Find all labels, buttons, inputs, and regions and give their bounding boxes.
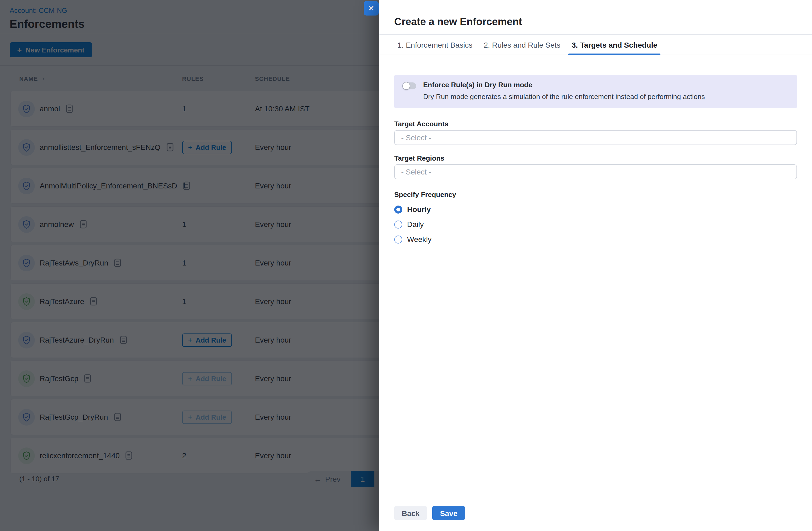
target-accounts-group: Target Accounts - Select - — [394, 120, 797, 145]
target-regions-group: Target Regions - Select - — [394, 154, 797, 179]
drawer-tab-1[interactable]: 1. Enforcement Basics — [394, 35, 476, 55]
target-accounts-placeholder: - Select - — [401, 133, 431, 142]
specify-frequency-label: Specify Frequency — [394, 191, 797, 198]
dry-run-title: Enforce Rule(s) in Dry Run mode — [423, 82, 788, 89]
radio-label: Hourly — [407, 205, 431, 213]
radio-icon — [394, 205, 402, 213]
frequency-radio-weekly[interactable]: Weekly — [394, 235, 797, 244]
app-window: Account: CCM-NG Enforcements + New Enfor… — [0, 0, 812, 531]
close-drawer-button[interactable]: ✕ — [364, 1, 379, 16]
radio-label: Daily — [407, 220, 424, 228]
drawer-footer: Back Save — [394, 506, 465, 520]
drawer-title: Create a new Enforcement — [379, 0, 812, 28]
dry-run-description: Dry Run mode generates a simulation of t… — [423, 93, 788, 101]
create-enforcement-drawer: Create a new Enforcement 1. Enforcement … — [379, 0, 812, 531]
frequency-radio-hourly[interactable]: Hourly — [394, 205, 797, 213]
frequency-radio-daily[interactable]: Daily — [394, 220, 797, 228]
target-accounts-select[interactable]: - Select - — [394, 130, 797, 145]
radio-label: Weekly — [407, 235, 432, 244]
radio-icon — [394, 235, 402, 243]
target-regions-select[interactable]: - Select - — [394, 164, 797, 179]
back-button[interactable]: Back — [394, 506, 427, 520]
drawer-tab-2[interactable]: 2. Rules and Rule Sets — [480, 35, 564, 55]
save-button[interactable]: Save — [433, 506, 465, 520]
target-regions-label: Target Regions — [394, 154, 797, 162]
frequency-radio-group: Hourly Daily Weekly — [394, 205, 797, 244]
close-icon: ✕ — [368, 4, 374, 12]
radio-icon — [394, 220, 402, 228]
drawer-tabbar: 1. Enforcement Basics 2. Rules and Rule … — [379, 34, 812, 55]
drawer-tab-3[interactable]: 3. Targets and Schedule — [568, 35, 661, 55]
drawer-body: Enforce Rule(s) in Dry Run mode Dry Run … — [379, 75, 812, 244]
toggle-knob-icon — [403, 83, 410, 89]
dry-run-banner: Enforce Rule(s) in Dry Run mode Dry Run … — [394, 75, 797, 108]
dry-run-toggle[interactable] — [403, 83, 416, 89]
target-accounts-label: Target Accounts — [394, 120, 797, 128]
target-regions-placeholder: - Select - — [401, 167, 431, 176]
